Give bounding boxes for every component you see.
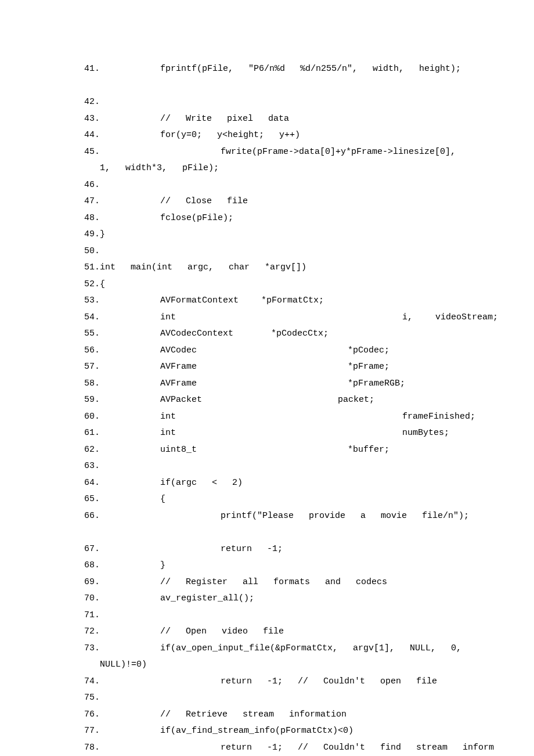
line-number: 43. xyxy=(80,111,100,128)
code-content: AVCodec *pCodec; xyxy=(100,343,405,359)
code-line-continuation xyxy=(0,78,534,95)
line-number: 73. xyxy=(80,640,100,657)
code-content: } xyxy=(100,226,120,243)
code-line: 53. AVFormatContext *pFormatCtx; xyxy=(0,293,534,309)
code-content xyxy=(100,690,115,707)
document-page: 41. fprintf(pFile, "P6/n%d %d/n255/n", w… xyxy=(0,0,534,756)
code-content xyxy=(100,524,115,541)
code-content: av_register_all(); xyxy=(100,591,269,607)
code-content: // Register all formats and codecs xyxy=(100,574,402,591)
line-number: 45. xyxy=(80,144,100,161)
code-content: int i, videoStream; xyxy=(100,309,513,326)
code-line: 67. return -1; xyxy=(0,541,534,558)
code-content: AVFrame *pFrame; xyxy=(100,359,412,376)
code-content: AVFrame *pFrameRGB; xyxy=(100,376,420,393)
code-content: fwrite(pFrame->data[0]+y*pFrame->linesiz… xyxy=(100,144,471,161)
line-number: 74. xyxy=(80,674,100,690)
code-content: { xyxy=(100,276,120,293)
code-line: 44. for(y=0; y<height; y++) xyxy=(0,127,534,144)
line-number: 59. xyxy=(80,392,100,409)
line-number: 68. xyxy=(80,557,100,574)
line-number: 44. xyxy=(80,127,100,144)
code-content: // Close file xyxy=(100,193,263,210)
code-line: 43. // Write pixel data xyxy=(0,111,534,128)
code-line: 48. fclose(pFile); xyxy=(0,210,534,227)
code-line: 49.} xyxy=(0,226,534,243)
code-line: 47. // Close file xyxy=(0,193,534,210)
line-number: 41. xyxy=(80,61,100,78)
line-number: 67. xyxy=(80,541,100,558)
line-number: 62. xyxy=(80,442,100,459)
code-content: fprintf(pFile, "P6/n%d %d/n255/n", width… xyxy=(100,61,461,78)
code-line: 46. xyxy=(0,177,534,194)
code-line: 69. // Register all formats and codecs xyxy=(0,574,534,591)
code-line: 76. // Retrieve stream information xyxy=(0,707,534,723)
code-line-continuation xyxy=(0,524,534,541)
code-content: int main(int argc, char *argv[]) xyxy=(100,260,322,276)
code-line: 63. xyxy=(0,458,534,475)
code-content: // Write pixel data xyxy=(100,111,304,128)
code-line: 54. int i, videoStream; xyxy=(0,309,534,326)
code-listing: 41. fprintf(pFile, "P6/n%d %d/n255/n", w… xyxy=(0,61,534,756)
code-line: 64. if(argc < 2) xyxy=(0,475,534,492)
line-number: 78. xyxy=(80,740,100,757)
code-content: for(y=0; y<height; y++) xyxy=(100,127,315,144)
line-number: 51. xyxy=(80,260,100,276)
code-content: printf("Please provide a movie file/n"); xyxy=(100,508,469,525)
code-content: } xyxy=(100,557,181,574)
line-number: 65. xyxy=(80,491,100,508)
code-content xyxy=(100,458,115,475)
code-content: return -1; xyxy=(100,541,298,558)
line-number: 57. xyxy=(80,359,100,376)
line-number: 71. xyxy=(80,607,100,624)
code-content: return -1; // Couldn't find stream infor… xyxy=(100,740,494,757)
code-line: 75. xyxy=(0,690,534,707)
code-line: 72. // Open video file xyxy=(0,624,534,640)
code-line: 60. int frameFinished; xyxy=(0,409,534,426)
line-number: 63. xyxy=(80,458,100,475)
code-content: // Retrieve stream information xyxy=(100,707,362,723)
code-line: 73. if(av_open_input_file(&pFormatCtx, a… xyxy=(0,640,534,657)
line-number: 54. xyxy=(80,309,100,326)
line-number: 66. xyxy=(80,508,100,525)
code-content: uint8_t *buffer; xyxy=(100,442,405,459)
code-content: AVPacket packet; xyxy=(100,392,389,409)
line-number: 56. xyxy=(80,343,100,359)
code-content xyxy=(100,243,115,260)
code-line: 57. AVFrame *pFrame; xyxy=(0,359,534,376)
code-line: 77. if(av_find_stream_info(pFormatCtx)<0… xyxy=(0,723,534,740)
code-line-continuation: NULL)!=0) xyxy=(0,657,534,674)
line-number: 50. xyxy=(80,243,100,260)
code-line: 78. return -1; // Couldn't find stream i… xyxy=(0,740,534,757)
code-line: 61. int numBytes; xyxy=(0,425,534,442)
line-number: 58. xyxy=(80,376,100,393)
code-content: AVFormatContext *pFormatCtx; xyxy=(100,293,339,309)
code-content: return -1; // Couldn't open file xyxy=(100,674,452,690)
line-number: 53. xyxy=(80,293,100,309)
code-content: if(av_open_input_file(&pFormatCtx, argv[… xyxy=(100,640,477,657)
line-number: 48. xyxy=(80,210,100,227)
code-content: { xyxy=(100,491,181,508)
line-number: 77. xyxy=(80,723,100,740)
line-number: 61. xyxy=(80,425,100,442)
code-line: 68. } xyxy=(0,557,534,574)
code-line: 51.int main(int argc, char *argv[]) xyxy=(0,260,534,276)
code-line: 42. xyxy=(0,94,534,111)
code-line: 59. AVPacket packet; xyxy=(0,392,534,409)
code-line: 55. AVCodecContext *pCodecCtx; xyxy=(0,326,534,343)
code-content: int frameFinished; xyxy=(100,409,490,426)
code-line: 52.{ xyxy=(0,276,534,293)
line-number: 72. xyxy=(80,624,100,640)
code-line: 66. printf("Please provide a movie file/… xyxy=(0,508,534,525)
line-number: 64. xyxy=(80,475,100,492)
code-content xyxy=(100,177,115,194)
code-line: 41. fprintf(pFile, "P6/n%d %d/n255/n", w… xyxy=(0,61,534,78)
code-line: 71. xyxy=(0,607,534,624)
line-number: 42. xyxy=(80,94,100,111)
code-line: 56. AVCodec *pCodec; xyxy=(0,343,534,359)
code-content: fclose(pFile); xyxy=(100,210,248,227)
line-number: 70. xyxy=(80,591,100,607)
code-line: 70. av_register_all(); xyxy=(0,591,534,607)
line-number: 75. xyxy=(80,690,100,707)
line-number: 46. xyxy=(80,177,100,194)
